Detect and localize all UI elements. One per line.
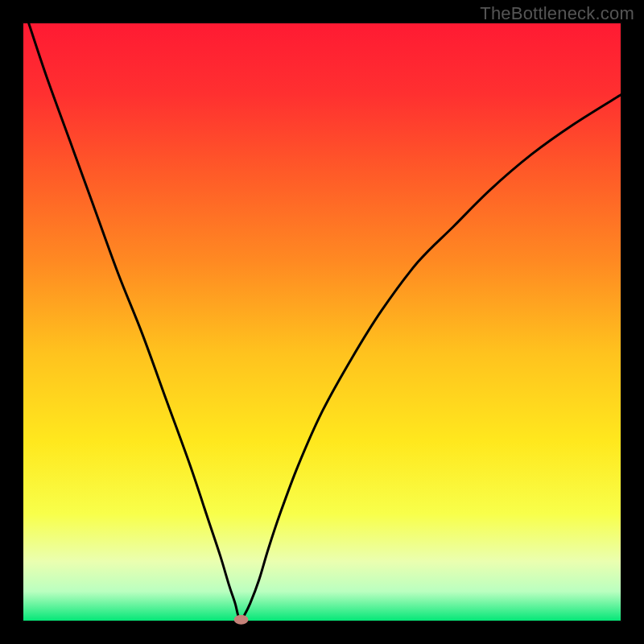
minimum-marker (234, 615, 249, 625)
bottleneck-chart (0, 0, 644, 644)
chart-stage: TheBottleneck.com (0, 0, 644, 644)
plot-background (23, 23, 621, 621)
